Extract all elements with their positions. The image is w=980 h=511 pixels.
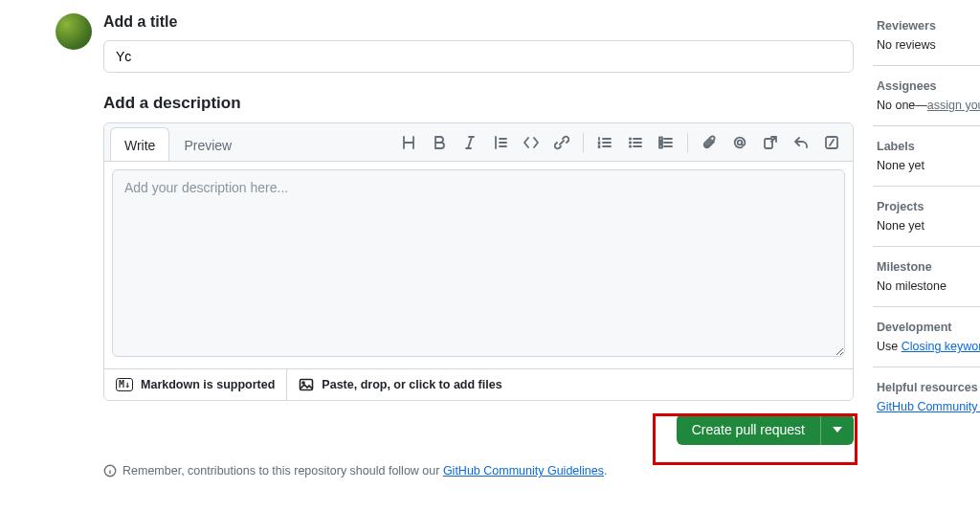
community-guidelines-link[interactable]: GitHub Community Guidelines <box>443 464 604 478</box>
create-pr-group: Create pull request <box>677 414 854 445</box>
svg-rect-3 <box>659 137 662 140</box>
assignees-title: Assignees <box>877 79 980 93</box>
sidebar-milestone[interactable]: Milestone No milestone <box>873 260 980 307</box>
milestone-value: No milestone <box>877 279 980 293</box>
svg-point-10 <box>302 382 304 384</box>
milestone-title: Milestone <box>877 260 980 274</box>
editor-toolbar <box>395 123 853 161</box>
development-value: Use Closing keywords to automatically cl… <box>877 340 980 353</box>
svg-point-1 <box>630 142 631 143</box>
link-icon[interactable] <box>548 129 575 156</box>
title-input[interactable] <box>103 40 854 73</box>
description-textarea[interactable] <box>112 169 845 357</box>
svg-rect-5 <box>659 144 662 147</box>
reviewers-title: Reviewers <box>877 19 980 33</box>
sidebar-projects[interactable]: Projects None yet <box>873 200 980 247</box>
resources-link[interactable]: GitHub Community Guidelines <box>877 400 980 413</box>
create-pull-request-button[interactable]: Create pull request <box>677 414 820 445</box>
assign-yourself-link[interactable]: assign yourself <box>927 99 980 112</box>
quote-icon[interactable] <box>487 129 514 156</box>
attach-icon[interactable] <box>696 129 723 156</box>
italic-icon[interactable] <box>457 129 483 156</box>
sidebar-assignees[interactable]: Assignees No one—assign yourself <box>873 79 980 126</box>
unordered-list-icon[interactable] <box>622 129 649 156</box>
reviewers-value: No reviews <box>877 38 980 52</box>
ordered-list-icon[interactable] <box>591 129 618 156</box>
closing-keywords-link[interactable]: Closing keywords <box>902 340 980 353</box>
create-pull-request-dropdown[interactable] <box>820 414 854 445</box>
mention-icon[interactable] <box>726 129 753 156</box>
resources-title: Helpful resources <box>877 381 980 394</box>
projects-title: Projects <box>877 200 980 213</box>
svg-rect-9 <box>301 380 313 390</box>
tab-write[interactable]: Write <box>110 127 169 161</box>
svg-point-2 <box>630 145 631 146</box>
code-icon[interactable] <box>518 129 545 156</box>
info-icon <box>103 464 117 478</box>
tab-preview[interactable]: Preview <box>169 127 246 161</box>
hint-prefix: Remember, contributions to this reposito… <box>122 464 443 478</box>
caret-down-icon <box>833 427 842 433</box>
sidebar-development: Development Use Closing keywords to auto… <box>873 321 980 367</box>
contribution-hint: Remember, contributions to this reposito… <box>103 464 854 478</box>
slash-command-icon[interactable] <box>818 129 845 156</box>
svg-rect-7 <box>765 139 772 148</box>
task-list-icon[interactable] <box>653 129 679 156</box>
labels-value: None yet <box>877 159 980 172</box>
title-label: Add a title <box>103 13 854 31</box>
markdown-supported[interactable]: M↓ Markdown is supported <box>104 369 287 400</box>
description-editor: Write Preview <box>103 122 854 401</box>
svg-point-0 <box>630 138 631 139</box>
labels-title: Labels <box>877 140 980 153</box>
reply-icon[interactable] <box>788 129 814 156</box>
sidebar-labels[interactable]: Labels None yet <box>873 140 980 187</box>
cross-reference-icon[interactable] <box>757 129 784 156</box>
development-title: Development <box>877 321 980 334</box>
bold-icon[interactable] <box>426 129 453 156</box>
sidebar-resources: Helpful resources GitHub Community Guide… <box>873 381 980 427</box>
markdown-icon: M↓ <box>116 378 133 391</box>
markdown-supported-label: Markdown is supported <box>141 378 275 391</box>
sidebar: Reviewers No reviews Assignees No one—as… <box>873 19 980 440</box>
add-files[interactable]: Paste, drop, or click to add files <box>287 369 513 400</box>
hint-suffix: . <box>604 464 607 478</box>
image-icon <box>299 377 314 392</box>
assignees-value: No one—assign yourself <box>877 99 980 112</box>
sidebar-reviewers[interactable]: Reviewers No reviews <box>873 19 980 66</box>
description-label: Add a description <box>103 94 854 113</box>
projects-value: None yet <box>877 219 980 233</box>
heading-icon[interactable] <box>395 129 422 156</box>
add-files-label: Paste, drop, or click to add files <box>322 378 501 391</box>
